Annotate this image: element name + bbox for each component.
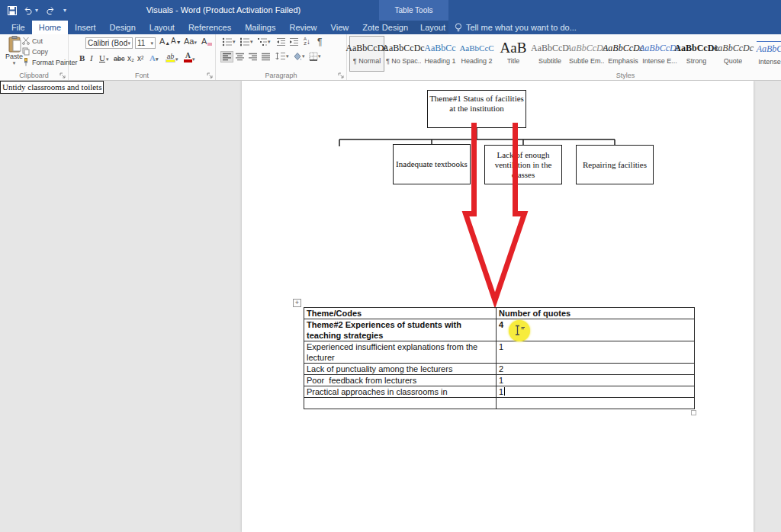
code-cell[interactable]: Experienced insufficient explanations fr…	[304, 341, 497, 364]
style-item[interactable]: AaBbCcDc Emphasis	[606, 36, 641, 72]
align-center-button[interactable]	[234, 52, 246, 62]
borders-button[interactable]: ▾	[309, 52, 321, 61]
superscript-button[interactable]: x²	[137, 51, 143, 62]
text-effects-button[interactable]: A▾	[149, 51, 158, 62]
subscript-button[interactable]: x₂	[127, 51, 134, 62]
change-case-button[interactable]: Aa▾	[184, 37, 197, 46]
table-tools-label: Table Tools	[379, 0, 448, 21]
underline-dropdown-icon[interactable]: ▾	[106, 51, 109, 62]
diagram-child-box[interactable]: Lack of enough ventilation in the classe…	[484, 145, 562, 184]
code-cell[interactable]: Theme#2 Experiences of students with tea…	[304, 319, 497, 341]
ribbon-tab[interactable]: View	[324, 21, 356, 34]
grow-font-button[interactable]: A▲	[159, 37, 170, 46]
code-cell[interactable]: Lack of punctuality among the lecturers	[304, 364, 497, 375]
numbering-button[interactable]: ▾	[239, 37, 253, 46]
paragraph-group: ▾ ▾ ▾ AZ ↓ ¶ ▾	[216, 34, 347, 80]
diagram-child-box[interactable]: Inadequate textbooks	[393, 144, 471, 184]
justify-button[interactable]	[260, 52, 272, 62]
style-preview: AaBbCcDc	[603, 41, 644, 55]
strikethrough-button[interactable]: abc	[114, 51, 125, 62]
ribbon-tab[interactable]: Insert	[68, 21, 103, 34]
font-size-combobox[interactable]: 11 ▾	[135, 37, 156, 49]
style-item[interactable]: AaBbCcDc Intense E...	[642, 36, 677, 72]
underline-button[interactable]: U	[99, 51, 105, 62]
decrease-indent-button[interactable]	[276, 37, 286, 46]
ribbon-tab[interactable]: Mailings	[238, 21, 282, 34]
paste-dropdown-icon[interactable]: ▾	[13, 60, 16, 66]
increase-indent-button[interactable]	[289, 37, 299, 46]
style-item[interactable]: AaBbCcDc ¶ Normal	[349, 36, 384, 72]
contextual-tab[interactable]: Layout	[414, 21, 452, 34]
style-item[interactable]: AaBbCcDc Quote	[715, 36, 750, 72]
header-theme-codes[interactable]: Theme/Codes	[304, 308, 497, 319]
ribbon-tab[interactable]: Design	[103, 21, 143, 34]
count-cell[interactable]: 2	[497, 364, 695, 375]
font-color-button[interactable]: A▾	[184, 51, 195, 62]
style-item[interactable]: AaBbCcDc Strong	[679, 36, 714, 72]
shrink-font-button[interactable]: A▼	[171, 37, 182, 45]
table-row[interactable]	[304, 398, 695, 409]
table-row[interactable]: Poor feedback from lecturers 1	[304, 375, 695, 386]
customize-qat-icon[interactable]: ▾	[63, 7, 66, 14]
table-move-handle[interactable]: +	[293, 299, 301, 307]
undo-dropdown-icon[interactable]: ▾	[35, 7, 38, 14]
diagram-child-box[interactable]: Untidy classrooms and toilets	[0, 81, 104, 94]
quick-access-toolbar: ▾ ▾	[8, 0, 66, 21]
bullets-button[interactable]: ▾	[222, 37, 236, 46]
italic-button[interactable]: I	[90, 51, 93, 62]
copy-button[interactable]: Copy	[22, 47, 48, 56]
style-preview: AaBbC	[757, 41, 781, 56]
shading-button[interactable]: ▾	[292, 52, 305, 61]
redo-icon[interactable]	[45, 6, 55, 15]
style-name: Heading 1	[424, 57, 455, 65]
show-hide-pilcrow-button[interactable]: ¶	[317, 37, 322, 47]
multilevel-list-button[interactable]: ▾	[257, 37, 271, 46]
style-item[interactable]: AaBbCcDc ¶ No Spac...	[386, 36, 421, 72]
text-highlight-button[interactable]: ab▾	[166, 51, 178, 62]
table-row[interactable]: Lack of punctuality among the lecturers …	[304, 364, 695, 375]
clear-formatting-button[interactable]: A	[201, 37, 212, 46]
bold-button[interactable]: B	[79, 51, 85, 62]
style-item[interactable]: AaBbC Intense	[752, 36, 781, 72]
table-row[interactable]: Experienced insufficient explanations fr…	[304, 341, 695, 364]
sort-button[interactable]: AZ ↓	[304, 37, 310, 46]
save-icon[interactable]	[8, 6, 17, 15]
header-number-of-quotes[interactable]: Number of quotes	[497, 308, 695, 319]
count-cell[interactable]: 1	[497, 386, 695, 398]
code-cell[interactable]: Practical approaches in classrooms in	[304, 386, 497, 398]
count-cell[interactable]	[497, 398, 695, 409]
style-item[interactable]: AaBbCc Heading 1	[423, 36, 458, 72]
style-item[interactable]: AaBbCcDc Subtle Em...	[569, 36, 604, 72]
paragraph-dialog-launcher-icon[interactable]	[338, 72, 344, 79]
table-row[interactable]: Theme#2 Experiences of students with tea…	[304, 319, 695, 341]
document-area[interactable]: Theme#1 Status of facilities at the inst…	[0, 81, 781, 532]
ribbon-tab[interactable]: File	[5, 21, 32, 34]
count-cell[interactable]: 1	[497, 341, 695, 364]
tell-me-box[interactable]: Tell me what you want to do...	[455, 21, 577, 34]
ribbon-tab[interactable]: References	[182, 21, 238, 34]
code-cell[interactable]: Poor feedback from lecturers	[304, 375, 497, 386]
ribbon-tab[interactable]: Layout	[143, 21, 182, 34]
table-resize-handle[interactable]	[691, 410, 696, 415]
align-left-button[interactable]	[221, 52, 233, 62]
table-row[interactable]: Practical approaches in classrooms in 1	[304, 386, 695, 398]
style-item[interactable]: AaB Title	[496, 36, 531, 72]
undo-icon[interactable]: ▾	[24, 6, 38, 15]
count-cell[interactable]: 1	[497, 375, 695, 386]
ribbon-tab[interactable]: Home	[32, 21, 68, 34]
style-item[interactable]: AaBbCcC Heading 2	[459, 36, 494, 72]
style-preview: AaBbCcDc	[566, 41, 607, 55]
font-dialog-launcher-icon[interactable]	[207, 72, 213, 79]
style-item[interactable]: AaBbCcD Subtitle	[532, 36, 567, 72]
contextual-tab[interactable]: Design	[376, 21, 414, 34]
diagram-child-box[interactable]: Repairing facilities	[576, 145, 654, 184]
cut-button[interactable]: Cut	[22, 37, 43, 45]
codes-table[interactable]: Theme/Codes Number of quotes Theme#2 Exp…	[304, 307, 695, 409]
font-name-combobox[interactable]: Calibri (Body) ▾	[85, 37, 133, 49]
clipboard-dialog-launcher-icon[interactable]	[59, 72, 66, 79]
align-right-button[interactable]	[247, 52, 259, 62]
line-spacing-button[interactable]: ▾	[275, 52, 289, 60]
diagram-root-box[interactable]: Theme#1 Status of facilities at the inst…	[427, 90, 526, 128]
code-cell[interactable]	[304, 398, 497, 409]
ribbon-tab[interactable]: Review	[283, 21, 324, 34]
